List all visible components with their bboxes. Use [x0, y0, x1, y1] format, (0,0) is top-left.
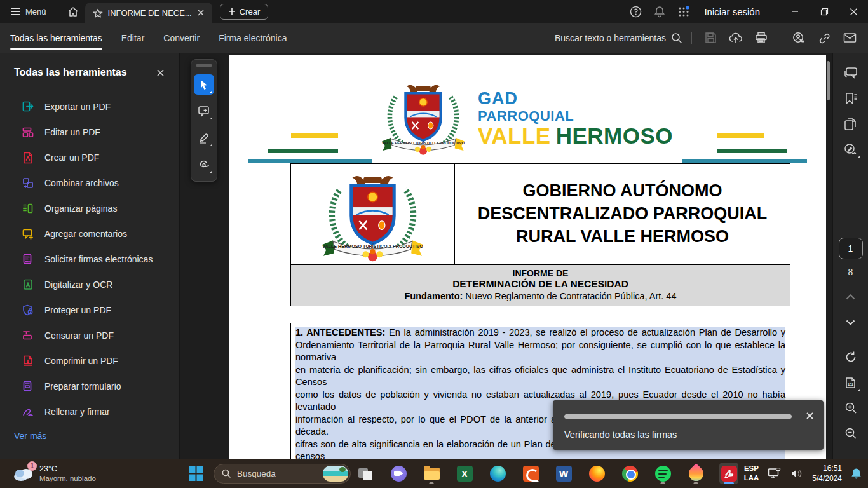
search-icon [671, 32, 682, 44]
share-link-button[interactable] [815, 29, 834, 48]
taskbar-app-chat[interactable] [389, 463, 408, 484]
next-page-button[interactable] [840, 311, 862, 333]
taskbar-app-file-explorer[interactable] [422, 463, 441, 484]
home-button[interactable] [61, 6, 85, 17]
decorative-line [717, 133, 764, 138]
tab-title: INFORME DE NECE... [108, 8, 192, 18]
save-button[interactable] [701, 29, 720, 48]
tool-item-organize-pages[interactable]: Organizar páginas [0, 196, 179, 221]
page-total-label: 8 [848, 267, 853, 277]
notification-bell-icon[interactable] [851, 468, 862, 480]
highlight-tool-button[interactable] [194, 128, 214, 148]
network-icon[interactable] [768, 468, 782, 479]
windows-taskbar: 1 23°C Mayorm. nublado Búsqueda XW ESP L… [0, 459, 868, 488]
share-upload-button[interactable] [726, 29, 745, 48]
start-button[interactable] [188, 466, 204, 484]
tab-all-tools[interactable]: Todas las herramientas [10, 23, 102, 53]
tool-item-label: Preparar formulario [44, 381, 121, 391]
page-number-input[interactable]: 1 [839, 238, 863, 259]
signatures-panel-button[interactable] [840, 139, 862, 160]
toolbar-grip[interactable] [196, 64, 212, 67]
taskbar-app-paint-droplet[interactable] [686, 463, 705, 484]
language-indicator[interactable]: ESP LAA [744, 464, 759, 483]
tools-panel-close-button[interactable] [153, 65, 168, 80]
toast-close-button[interactable] [803, 409, 816, 422]
help-button[interactable] [625, 1, 646, 22]
add-people-button[interactable] [789, 29, 808, 48]
taskbar-app-excel[interactable]: X [455, 463, 474, 484]
tray-overflow-button[interactable] [722, 471, 735, 476]
tool-item-create-pdf[interactable]: Crear un PDF [0, 145, 179, 170]
zoom-out-icon [844, 427, 857, 440]
export-pdf-icon [22, 100, 34, 113]
tab-edit[interactable]: Editar [121, 23, 145, 53]
tab-esign[interactable]: Firma electrónica [219, 23, 287, 53]
person-add-icon [792, 32, 806, 44]
refresh-icon [844, 351, 857, 363]
close-window-button[interactable] [839, 0, 868, 23]
chevron-up-icon [724, 471, 733, 476]
volume-icon[interactable] [790, 468, 803, 479]
menu-button[interactable]: Menú [0, 7, 55, 17]
zoom-out-button[interactable] [840, 423, 862, 444]
page-thumbnails-button[interactable] [840, 113, 862, 135]
combine-files-icon [22, 177, 34, 189]
report-line2: DETERMINACIÓN DE LA NECESIDAD [294, 278, 787, 290]
email-button[interactable] [840, 29, 859, 48]
add-comment-tool-button[interactable] [194, 101, 214, 121]
document-viewport[interactable]: VALLE HERMOSO TURÍSTICO Y PRODUCTIVO GAD… [180, 53, 832, 459]
tab-convert[interactable]: Convertir [163, 23, 200, 53]
svg-text:1:1: 1:1 [847, 381, 853, 386]
rotate-refresh-button[interactable] [840, 346, 862, 368]
close-icon [156, 69, 165, 77]
taskbar-app-spotify[interactable] [653, 463, 672, 484]
tool-item-add-comments[interactable]: Agregar comentarios [0, 221, 179, 247]
see-more-link[interactable]: Ver más [0, 424, 179, 441]
vertical-scrollbar-thumb[interactable] [827, 61, 830, 100]
tool-item-redact-pdf[interactable]: Censurar un PDF [0, 323, 179, 348]
bookmark-icon [844, 92, 858, 105]
tray-date: 5/4/2024 [812, 473, 842, 484]
create-button[interactable]: Crear [220, 4, 269, 20]
taskbar-app-firefox[interactable] [587, 463, 606, 484]
restore-button[interactable] [810, 0, 839, 23]
draw-tool-button[interactable] [194, 154, 214, 175]
taskbar-app-task-view[interactable] [356, 463, 375, 484]
comments-panel-button[interactable] [840, 62, 862, 84]
hamburger-icon [10, 7, 20, 16]
tool-item-combine-files[interactable]: Combinar archivos [0, 170, 179, 196]
document-tab[interactable]: INFORME DE NECE... [85, 3, 212, 23]
bookmarks-panel-button[interactable] [840, 88, 862, 109]
tool-item-export-pdf[interactable]: Exportar un PDF [0, 94, 179, 119]
tool-item-edit-pdf[interactable]: Editar un PDF [0, 119, 179, 145]
taskbar-app-chrome[interactable] [620, 463, 639, 484]
tool-item-compress-pdf[interactable]: Comprimir un PDF [0, 348, 179, 374]
taskbar-search[interactable]: Búsqueda [214, 464, 351, 484]
zoom-in-button[interactable] [840, 397, 862, 419]
tool-item-label: Digitalizar y OCR [44, 280, 112, 290]
tool-item-prepare-form[interactable]: Preparar formulario [0, 374, 179, 399]
search-tools-button[interactable]: Buscar texto o herramientas [555, 32, 682, 44]
taskbar-app-edge[interactable] [488, 463, 507, 484]
decorative-line [268, 149, 338, 153]
taskbar-app-word[interactable]: W [554, 463, 573, 484]
comments-icon [844, 67, 858, 79]
minimize-button[interactable] [780, 0, 810, 23]
tab-close-icon[interactable] [197, 9, 205, 17]
apps-grid-button[interactable] [674, 1, 694, 22]
sign-in-button[interactable]: Iniciar sesión [704, 6, 760, 17]
tool-item-fill-sign[interactable]: Rellenar y firmar [0, 399, 179, 424]
weather-widget[interactable]: 1 23°C Mayorm. nublado [9, 459, 100, 488]
notifications-button[interactable] [649, 1, 670, 22]
previous-page-button[interactable] [840, 286, 862, 308]
tool-item-scan-ocr[interactable]: Digitalizar y OCR [0, 272, 179, 297]
select-tool-button[interactable] [194, 74, 214, 95]
report-line1: INFORME DE [294, 268, 787, 278]
document-header-table: VALLE HERMOSO TURÍSTICO Y PRODUCTIVO GOB… [290, 163, 790, 306]
taskbar-app-foxit-pdf[interactable] [521, 463, 540, 484]
page-fit-button[interactable]: 1:1 [840, 372, 862, 393]
tool-item-request-signatures[interactable]: Solicitar firmas electrónicas [0, 247, 179, 272]
print-button[interactable] [752, 29, 771, 48]
clock[interactable]: 16:51 5/4/2024 [812, 463, 842, 484]
tool-item-protect-pdf[interactable]: Proteger un PDF [0, 297, 179, 323]
